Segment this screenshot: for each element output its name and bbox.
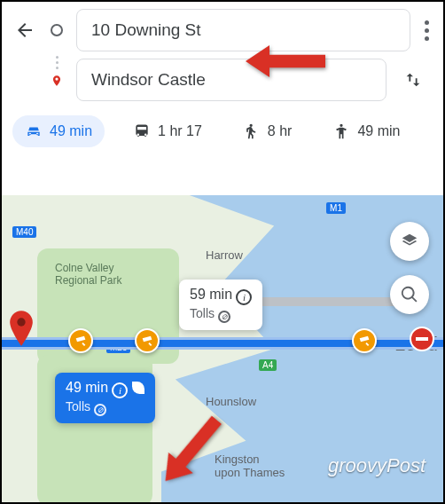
road-m1: M1 bbox=[326, 202, 346, 214]
destination-pin-icon bbox=[51, 73, 63, 89]
annotation-arrow bbox=[246, 39, 325, 87]
travel-modes: 49 min 1 hr 17 8 hr 49 min bbox=[2, 108, 443, 158]
route-primary-time: 49 min bbox=[66, 380, 108, 395]
route-alt-note: Tolls bbox=[190, 306, 215, 320]
svg-point-0 bbox=[17, 318, 25, 326]
road-m40: M40 bbox=[12, 226, 36, 238]
route-alt-time: 59 min bbox=[190, 287, 232, 302]
mode-transit-label: 1 hr 17 bbox=[158, 123, 202, 139]
route-primary-note: Tolls bbox=[66, 399, 90, 413]
place-kingston: Kingston upon Thames bbox=[215, 453, 285, 479]
toll-icon: ⊘ bbox=[94, 404, 106, 416]
layers-button[interactable] bbox=[390, 222, 429, 261]
svg-marker-1 bbox=[246, 45, 325, 77]
closure-icon[interactable] bbox=[410, 327, 434, 351]
swap-button[interactable] bbox=[397, 64, 429, 96]
mode-rideshare[interactable]: 49 min bbox=[320, 115, 412, 147]
mode-walk-label: 8 hr bbox=[268, 123, 293, 139]
speed-camera-icon[interactable] bbox=[68, 328, 93, 353]
origin-field[interactable]: 10 Downing St bbox=[76, 9, 410, 51]
waypoint-icons-2 bbox=[48, 72, 66, 89]
road-a4: A4 bbox=[259, 359, 277, 371]
speed-camera-icon[interactable] bbox=[135, 328, 160, 353]
map-search-button[interactable] bbox=[390, 275, 429, 314]
map-canvas[interactable]: Colne Valley Regional Park Harrow Hounsl… bbox=[2, 195, 443, 502]
park-label: Colne Valley Regional Park bbox=[55, 262, 121, 287]
destination-marker[interactable] bbox=[9, 311, 34, 350]
mode-drive-label: 49 min bbox=[50, 123, 92, 139]
mode-transit[interactable]: 1 hr 17 bbox=[121, 115, 215, 147]
destination-field[interactable]: Windsor Castle bbox=[76, 59, 386, 101]
mode-drive[interactable]: 49 min bbox=[12, 115, 105, 147]
toll-icon: ⊘ bbox=[218, 311, 230, 323]
eco-leaf-icon bbox=[132, 382, 144, 394]
speed-camera-icon[interactable] bbox=[352, 328, 377, 353]
route-alt-tooltip[interactable]: 59 min i Tolls ⊘ bbox=[179, 280, 262, 330]
place-harrow: Harrow bbox=[206, 248, 243, 262]
watermark: groovyPost bbox=[328, 454, 425, 477]
route-primary-tooltip[interactable]: 49 min i Tolls ⊘ bbox=[55, 373, 155, 423]
place-hounslow: Hounslow bbox=[206, 395, 256, 408]
mode-walk[interactable]: 8 hr bbox=[230, 115, 305, 147]
info-icon: i bbox=[236, 289, 252, 305]
origin-icon bbox=[51, 24, 63, 36]
waypoint-icons bbox=[48, 24, 66, 36]
mode-rideshare-label: 49 min bbox=[357, 123, 400, 139]
more-options-button[interactable] bbox=[421, 17, 433, 44]
back-button[interactable] bbox=[12, 18, 37, 43]
info-icon: i bbox=[112, 382, 128, 398]
